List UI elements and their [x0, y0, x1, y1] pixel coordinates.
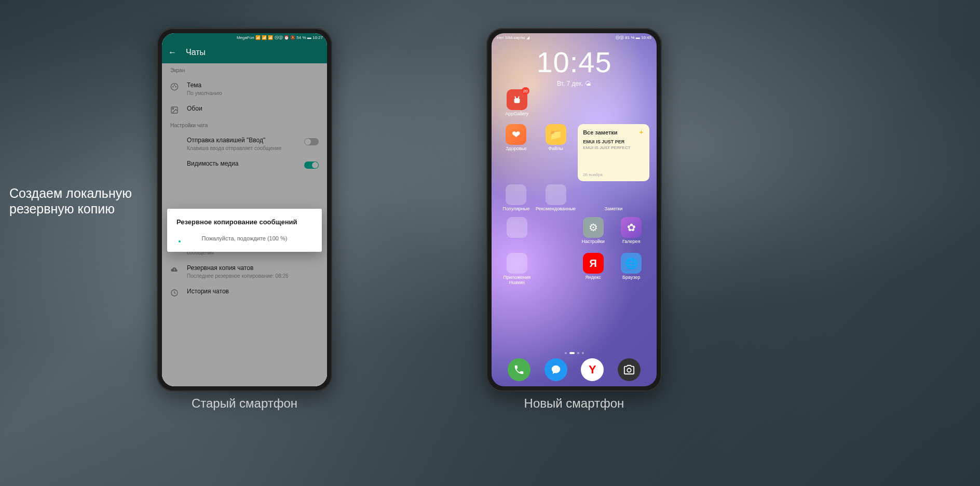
date-widget[interactable]: Вт, 7 дек. 🌤: [492, 80, 657, 87]
app-label: Файлы: [548, 146, 563, 157]
folder-generic[interactable]: [499, 217, 535, 250]
dialog-message: Пожалуйста, подождите (100 %): [176, 235, 312, 241]
app-health[interactable]: ❤ Здоровье: [499, 124, 534, 157]
settings-icon: ⚙: [583, 217, 604, 238]
app-title: Чаты: [186, 48, 206, 57]
status-left: Нет SIM-карты ◢: [497, 35, 529, 40]
caption-text: Создаем локальную резервную копию: [9, 185, 132, 217]
settings-body: Экран Тема По умолчанию Обои: [162, 63, 327, 386]
notes-widget[interactable]: Все заметки ＋ EMUI IS JUST PER EMUI IS J…: [578, 124, 649, 181]
dock-yandex[interactable]: Y: [581, 358, 604, 381]
new-phone-frame: Нет SIM-карты ◢ ⓃⒷ 81 % ▬ 10:45 10:45 Вт…: [486, 28, 662, 392]
svg-rect-7: [514, 98, 520, 103]
app-header: ← Чаты: [162, 42, 327, 63]
browser-icon: 🌐: [621, 253, 642, 274]
page-indicator: [492, 352, 657, 354]
dock: Y: [492, 356, 657, 381]
status-right: ⓃⒷ 81 % ▬ 10:45: [616, 35, 651, 40]
app-label: Браузер: [622, 275, 640, 286]
spinner-dot-icon: [179, 240, 181, 242]
notes-title: EMUI IS JUST PER: [583, 139, 644, 144]
caption-line1: Создаем локальную: [9, 186, 132, 200]
app-yandex[interactable]: Я Яндекс: [575, 253, 611, 286]
dialog-title: Резервное копирование сообщений: [176, 218, 312, 226]
caption-line2: резервную копию: [9, 201, 132, 217]
status-bar: MegaFon 📶 📶 📶 ⓃⒷ ⏰ 🔕 54 % ▬ 10:27: [162, 33, 327, 42]
back-arrow-icon[interactable]: ←: [168, 48, 176, 57]
old-phone-screen: MegaFon 📶 📶 📶 ⓃⒷ ⏰ 🔕 54 % ▬ 10:27 ← Чаты…: [162, 33, 327, 386]
dock-camera[interactable]: [618, 358, 641, 381]
app-label: Галерея: [622, 239, 641, 250]
app-label: AppGallery: [505, 112, 528, 122]
backup-progress-dialog: Резервное копирование сообщений Пожалуйс…: [167, 209, 322, 252]
new-phone-screen: Нет SIM-карты ◢ ⓃⒷ 81 % ▬ 10:45 10:45 Вт…: [492, 33, 657, 386]
folder-icon: [506, 184, 526, 205]
home-screen: Нет SIM-карты ◢ ⓃⒷ 81 % ▬ 10:45 10:45 Вт…: [492, 33, 657, 386]
add-note-icon[interactable]: ＋: [638, 128, 644, 136]
old-phone-label: Старый смартфон: [157, 396, 332, 411]
folder-label: Рекомендованные: [536, 207, 576, 217]
app-settings[interactable]: ⚙ Настройки: [575, 217, 611, 250]
old-phone-frame: MegaFon 📶 📶 📶 ⓃⒷ ⏰ 🔕 54 % ▬ 10:27 ← Чаты…: [157, 28, 332, 392]
notes-header: Все заметки: [583, 129, 617, 136]
notes-app-label: Заметки: [605, 207, 622, 217]
app-appgallery[interactable]: 20 AppGallery: [499, 89, 535, 122]
badge: 20: [522, 87, 529, 95]
folder-label: [516, 239, 518, 250]
dock-phone[interactable]: [508, 358, 530, 381]
app-files[interactable]: 📁 Файлы: [536, 124, 576, 157]
status-bar: Нет SIM-карты ◢ ⓃⒷ 81 % ▬ 10:45: [492, 33, 657, 42]
app-label: Здоровье: [506, 146, 526, 157]
dock-messages[interactable]: [545, 358, 567, 381]
app-gallery[interactable]: ✿ Галерея: [614, 217, 650, 250]
weather-icon: 🌤: [585, 80, 591, 87]
app-label: Настройки: [582, 239, 605, 250]
health-icon: ❤: [506, 124, 526, 145]
files-icon: 📁: [546, 124, 566, 145]
gallery-icon: ✿: [621, 217, 642, 238]
notes-sub: EMUI IS JUST PERFECT: [583, 145, 644, 150]
yandex-icon: Я: [583, 253, 604, 274]
notes-date: 26 ноября: [583, 172, 644, 177]
app-browser[interactable]: 🌐 Браузер: [614, 253, 650, 286]
date-text: Вт, 7 дек.: [557, 80, 583, 87]
app-label: Яндекс: [586, 275, 601, 286]
folder-recommended[interactable]: Рекомендованные: [536, 184, 576, 217]
folder-label: Популярные: [502, 207, 529, 217]
folder-icon: [507, 253, 527, 274]
folder-icon: [546, 184, 566, 205]
whatsapp-chats-settings: MegaFon 📶 📶 📶 ⓃⒷ ⏰ 🔕 54 % ▬ 10:27 ← Чаты…: [162, 33, 327, 386]
appgallery-icon: 20: [507, 89, 527, 110]
folder-huawei-apps[interactable]: Приложения Huawei: [499, 253, 535, 286]
new-phone-label: Новый смартфон: [486, 396, 662, 411]
folder-label: Приложения Huawei: [499, 275, 535, 286]
folder-popular[interactable]: Популярные: [499, 184, 534, 217]
clock-widget[interactable]: 10:45: [492, 48, 657, 77]
folder-icon: [507, 217, 527, 238]
status-text: MegaFon 📶 📶 📶 ⓃⒷ ⏰ 🔕 54 % ▬ 10:27: [237, 35, 323, 40]
